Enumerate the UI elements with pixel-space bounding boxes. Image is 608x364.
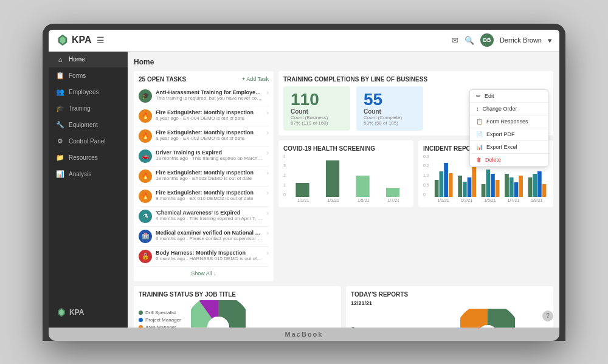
task-desc-6: 4 months ago - This training expired on … <box>156 216 263 221</box>
task-arrow-8: › <box>267 250 269 256</box>
task-title-5: Fire Extinguisher: Monthly Inspection <box>156 190 263 196</box>
task-item[interactable]: 🔥 Fire Extinguisher: Monthly Inspection … <box>139 126 269 146</box>
svg-rect-6 <box>356 176 369 197</box>
home-icon: ⌂ <box>56 56 64 63</box>
svg-rect-8 <box>435 180 439 197</box>
task-arrow-0: › <box>267 89 269 96</box>
right-panels: TRAINING COMPLETIONS BY LINE OF BUSINESS… <box>278 71 553 207</box>
change-order-label: Change Order <box>483 106 517 112</box>
training-completions-title: TRAINING COMPLETIONS BY LINE OF BUSINESS <box>283 76 427 83</box>
svg-rect-11 <box>449 173 453 197</box>
sidebar-kpa-logo: KPA <box>56 307 84 318</box>
context-change-order[interactable]: ↕ Change Order <box>470 103 548 115</box>
task-content-7: Medical examiner verified on National Re… <box>156 230 263 241</box>
svg-rect-27 <box>542 184 546 197</box>
svg-rect-23 <box>519 176 523 197</box>
task-desc-8: 6 months ago - HARNESS 015 DEMO is out o… <box>156 256 263 261</box>
context-export-pdf[interactable]: 📄 Export PDF <box>470 128 548 140</box>
task-item[interactable]: 🔥 Fire Extinguisher: Monthly Inspection … <box>139 106 269 126</box>
task-title-2: Fire Extinguisher: Monthly Inspection <box>156 129 263 136</box>
task-content-4: Fire Extinguisher: Monthly Inspection 18… <box>156 170 263 181</box>
search-icon[interactable]: 🔍 <box>465 36 474 45</box>
user-name[interactable]: Derrick Brown <box>500 36 542 44</box>
sidebar-item-forms[interactable]: 📋 Forms <box>49 67 128 84</box>
tasks-count-title: 25 OPEN TASKS <box>139 76 186 83</box>
legend-label-2: Area Manager <box>145 325 176 328</box>
sidebar-label-equipment: Equipment <box>69 122 98 128</box>
tasks-panel-header: 25 OPEN TASKS + Add Task <box>139 76 269 83</box>
svg-rect-9 <box>439 171 443 197</box>
context-edit[interactable]: ✏ Edit <box>470 90 548 102</box>
task-item[interactable]: 🔥 Fire Extinguisher: Monthly Inspection … <box>139 167 269 187</box>
task-title-4: Fire Extinguisher: Monthly Inspection <box>156 170 263 176</box>
sidebar-item-training[interactable]: 🎓 Training <box>49 100 128 117</box>
help-button[interactable]: ? <box>542 311 553 321</box>
kpi-label-2: Count <box>364 108 416 115</box>
todays-reports-title: TODAY'S REPORTS <box>351 291 548 298</box>
incident-y-axis: 0.3 0.2 1.0 0.5 0 <box>423 154 429 197</box>
training-completions-panel: TRAINING COMPLETIONS BY LINE OF BUSINESS… <box>278 71 553 136</box>
sidebar-item-resources[interactable]: 📁 Resources <box>49 149 128 166</box>
training-status-panel: TRAINING STATUS BY JOB TITLE Drill Speci… <box>134 286 341 328</box>
context-delete[interactable]: 🗑 Delete <box>470 154 548 166</box>
covid-chart-title: COVID-19 HEALTH SCREENING <box>283 145 409 152</box>
task-desc-3: 18 months ago - This training expired on… <box>156 156 263 161</box>
sidebar-item-analysis[interactable]: 📊 Analysis <box>49 166 128 182</box>
svg-rect-25 <box>533 174 537 197</box>
user-menu-chevron[interactable]: ▾ <box>548 36 552 45</box>
svg-rect-19 <box>496 180 500 197</box>
sidebar-label-training: Training <box>69 105 91 112</box>
sidebar-item-home[interactable]: ⌂ Home <box>49 52 128 67</box>
svg-rect-21 <box>510 177 514 197</box>
topnav-left: KPA ☰ <box>56 33 105 47</box>
incident-x-labels: 1/1/21 1/3/21 1/5/21 1/7/21 1/9/21 <box>432 197 548 202</box>
task-desc-1: a year ago - EX-004 DEMO is out of date <box>156 115 263 121</box>
legend-dot-1 <box>139 318 143 322</box>
covid-chart-area: 4 3 2 1 0 <box>283 154 409 202</box>
covid-x-labels: 1/1/21 1/3/21 1/5/21 1/7/21 <box>288 197 409 202</box>
todays-reports-panel: TODAY'S REPORTS 12/21/21 Incident Report <box>346 286 553 328</box>
sidebar-item-employees[interactable]: 👥 Employees <box>49 84 128 100</box>
hamburger-menu[interactable]: ☰ <box>97 35 105 45</box>
task-title-8: Body Harness: Monthly Inspection <box>156 250 263 256</box>
tasks-panel: 25 OPEN TASKS + Add Task 🎓 Anti-Harassme… <box>134 71 274 281</box>
edit-label: Edit <box>485 93 494 99</box>
sidebar-item-control-panel[interactable]: ⚙ Control Panel <box>49 133 128 149</box>
context-form-responses[interactable]: 📋 Form Responses <box>470 115 548 128</box>
avatar[interactable]: DB <box>480 33 494 47</box>
add-task-button[interactable]: + Add Task <box>242 76 269 82</box>
kpi-box-1: 110 Count Count (Business) 67% (119 of 1… <box>283 86 350 131</box>
sidebar-item-equipment[interactable]: 🔧 Equipment <box>49 117 128 133</box>
task-item[interactable]: 🚗 Driver Training Is Expired 18 months a… <box>139 146 269 167</box>
app-body: ⌂ Home 📋 Forms 👥 Employees 🎓 Training <box>49 52 559 328</box>
task-content-2: Fire Extinguisher: Monthly Inspection a … <box>156 129 263 141</box>
task-icon-1: 🔥 <box>139 109 152 123</box>
edit-icon: ✏ <box>476 93 481 99</box>
task-desc-4: 18 months ago - EX003 DEMO is out of dat… <box>156 176 263 181</box>
sidebar-label-control-panel: Control Panel <box>69 138 106 145</box>
task-icon-4: 🔥 <box>139 170 152 183</box>
laptop-screen: KPA ☰ ✉ 🔍 DB Derrick Brown ▾ ⌂ <box>49 30 559 328</box>
task-item[interactable]: 🔒 Body Harness: Monthly Inspection 6 mon… <box>139 247 269 267</box>
kpi-box-2: 55 Count Count (Complete) 53% (58 of 185… <box>356 86 423 131</box>
show-all-button[interactable]: Show All ↓ <box>139 270 269 276</box>
task-item[interactable]: 🏥 Medical examiner verified on National … <box>139 227 269 247</box>
task-title-1: Fire Extinguisher: Monthly Inspection <box>156 109 263 115</box>
task-arrow-4: › <box>267 170 269 176</box>
task-content-5: Fire Extinguisher: Monthly Inspection 9 … <box>156 190 263 201</box>
kpi-number-1: 110 <box>291 91 343 108</box>
bottom-row: TRAINING STATUS BY JOB TITLE Drill Speci… <box>134 286 553 328</box>
covid-chart-panel: COVID-19 HEALTH SCREENING 4 3 2 1 0 <box>278 140 413 207</box>
task-icon-7: 🏥 <box>139 230 152 243</box>
covid-bars-container: 1/1/21 1/3/21 1/5/21 1/7/21 <box>288 154 409 202</box>
task-item[interactable]: ⚗ 'Chemical Awareness' Is Expired 4 mont… <box>139 207 269 227</box>
mail-icon[interactable]: ✉ <box>452 36 458 45</box>
todays-reports-pie-svg <box>460 309 515 328</box>
legend-label-0: Drill Specialist <box>145 310 176 315</box>
task-item[interactable]: 🔥 Fire Extinguisher: Monthly Inspection … <box>139 187 269 207</box>
sidebar-label-home: Home <box>69 56 85 63</box>
task-item[interactable]: 🎓 Anti-Harassment Training for Employees… <box>139 86 269 106</box>
context-export-excel[interactable]: 📊 Export Excel <box>470 141 548 153</box>
delete-icon: 🗑 <box>476 157 482 163</box>
task-arrow-6: › <box>267 210 269 216</box>
